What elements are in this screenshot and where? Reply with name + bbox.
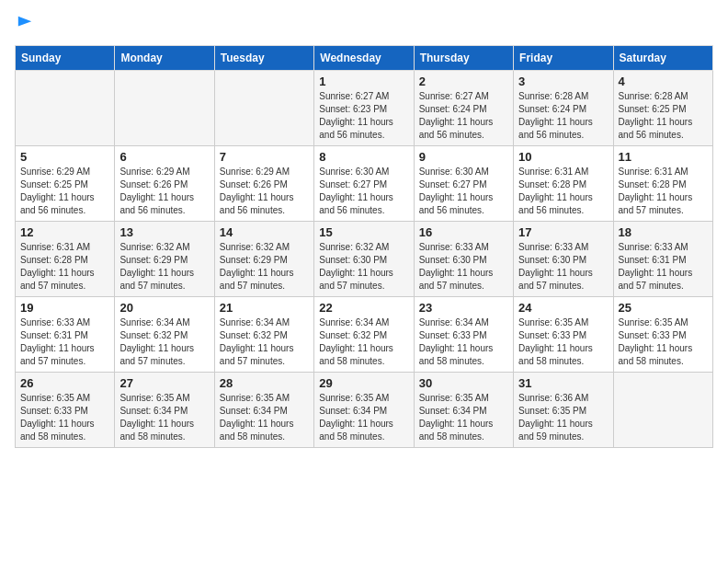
calendar-table: SundayMondayTuesdayWednesdayThursdayFrid… — [15, 45, 713, 448]
weekday-header-cell: Sunday — [16, 45, 115, 70]
calendar-day-cell: 25Sunrise: 6:35 AM Sunset: 6:33 PM Dayli… — [613, 296, 712, 372]
calendar-day-cell: 6Sunrise: 6:29 AM Sunset: 6:26 PM Daylig… — [115, 145, 214, 221]
logo-flag-icon — [17, 15, 33, 31]
day-info: Sunrise: 6:35 AM Sunset: 6:34 PM Dayligh… — [220, 392, 309, 443]
calendar-day-cell: 23Sunrise: 6:34 AM Sunset: 6:33 PM Dayli… — [414, 296, 513, 372]
day-number: 29 — [319, 376, 408, 390]
day-info: Sunrise: 6:31 AM Sunset: 6:28 PM Dayligh… — [619, 166, 708, 217]
day-number: 12 — [20, 225, 109, 239]
calendar-day-cell: 9Sunrise: 6:30 AM Sunset: 6:27 PM Daylig… — [414, 145, 513, 221]
day-info: Sunrise: 6:33 AM Sunset: 6:31 PM Dayligh… — [20, 316, 109, 368]
calendar-day-cell: 19Sunrise: 6:33 AM Sunset: 6:31 PM Dayli… — [16, 296, 115, 372]
day-number: 1 — [319, 75, 408, 88]
day-info: Sunrise: 6:29 AM Sunset: 6:25 PM Dayligh… — [20, 166, 109, 217]
calendar-day-cell: 20Sunrise: 6:34 AM Sunset: 6:32 PM Dayli… — [115, 296, 214, 372]
calendar-day-cell: 5Sunrise: 6:29 AM Sunset: 6:25 PM Daylig… — [16, 145, 115, 221]
calendar-week-row: 19Sunrise: 6:33 AM Sunset: 6:31 PM Dayli… — [16, 296, 713, 372]
calendar-day-cell: 14Sunrise: 6:32 AM Sunset: 6:29 PM Dayli… — [214, 221, 313, 296]
calendar-day-cell: 30Sunrise: 6:35 AM Sunset: 6:34 PM Dayli… — [414, 372, 513, 447]
day-info: Sunrise: 6:35 AM Sunset: 6:33 PM Dayligh… — [518, 316, 608, 368]
day-info: Sunrise: 6:31 AM Sunset: 6:28 PM Dayligh… — [20, 241, 109, 293]
day-info: Sunrise: 6:36 AM Sunset: 6:35 PM Dayligh… — [518, 392, 608, 443]
day-number: 18 — [619, 225, 708, 239]
day-info: Sunrise: 6:34 AM Sunset: 6:32 PM Dayligh… — [220, 316, 309, 368]
day-info: Sunrise: 6:34 AM Sunset: 6:32 PM Dayligh… — [319, 316, 408, 368]
day-info: Sunrise: 6:30 AM Sunset: 6:27 PM Dayligh… — [319, 166, 408, 217]
day-number: 27 — [119, 376, 209, 390]
day-info: Sunrise: 6:32 AM Sunset: 6:29 PM Dayligh… — [220, 241, 309, 293]
calendar-day-cell: 18Sunrise: 6:33 AM Sunset: 6:31 PM Dayli… — [613, 221, 712, 296]
calendar-day-cell: 2Sunrise: 6:27 AM Sunset: 6:24 PM Daylig… — [414, 70, 513, 145]
calendar-day-cell: 7Sunrise: 6:29 AM Sunset: 6:26 PM Daylig… — [214, 145, 313, 221]
calendar-day-cell — [16, 70, 115, 145]
calendar-body: 1Sunrise: 6:27 AM Sunset: 6:23 PM Daylig… — [16, 70, 713, 447]
calendar-day-cell: 29Sunrise: 6:35 AM Sunset: 6:34 PM Dayli… — [314, 372, 414, 447]
day-number: 2 — [419, 75, 508, 88]
calendar-day-cell: 28Sunrise: 6:35 AM Sunset: 6:34 PM Dayli… — [214, 372, 313, 447]
calendar-day-cell: 17Sunrise: 6:33 AM Sunset: 6:30 PM Dayli… — [514, 221, 613, 296]
calendar-week-row: 12Sunrise: 6:31 AM Sunset: 6:28 PM Dayli… — [16, 221, 713, 296]
calendar-day-cell: 12Sunrise: 6:31 AM Sunset: 6:28 PM Dayli… — [16, 221, 115, 296]
day-info: Sunrise: 6:33 AM Sunset: 6:31 PM Dayligh… — [619, 241, 708, 293]
day-info: Sunrise: 6:32 AM Sunset: 6:30 PM Dayligh… — [319, 241, 408, 293]
day-number: 8 — [319, 150, 408, 164]
weekday-header-cell: Wednesday — [314, 45, 414, 70]
day-info: Sunrise: 6:35 AM Sunset: 6:34 PM Dayligh… — [419, 392, 508, 443]
day-number: 22 — [319, 301, 408, 315]
day-info: Sunrise: 6:35 AM Sunset: 6:34 PM Dayligh… — [119, 392, 209, 443]
day-info: Sunrise: 6:27 AM Sunset: 6:23 PM Dayligh… — [319, 90, 408, 142]
calendar-day-cell: 3Sunrise: 6:28 AM Sunset: 6:24 PM Daylig… — [514, 70, 613, 145]
calendar-day-cell: 13Sunrise: 6:32 AM Sunset: 6:29 PM Dayli… — [115, 221, 214, 296]
calendar-day-cell: 16Sunrise: 6:33 AM Sunset: 6:30 PM Dayli… — [414, 221, 513, 296]
calendar-day-cell — [115, 70, 214, 145]
day-number: 10 — [518, 150, 608, 164]
calendar-day-cell: 21Sunrise: 6:34 AM Sunset: 6:32 PM Dayli… — [214, 296, 313, 372]
day-number: 24 — [518, 301, 608, 315]
day-info: Sunrise: 6:34 AM Sunset: 6:32 PM Dayligh… — [119, 316, 209, 368]
weekday-header-cell: Friday — [514, 45, 613, 70]
day-info: Sunrise: 6:29 AM Sunset: 6:26 PM Dayligh… — [119, 166, 209, 217]
day-info: Sunrise: 6:28 AM Sunset: 6:24 PM Dayligh… — [518, 90, 608, 142]
page-header — [15, 15, 713, 36]
day-number: 28 — [220, 376, 309, 390]
logo — [15, 15, 33, 36]
day-number: 16 — [419, 225, 508, 239]
weekday-header-cell: Tuesday — [214, 45, 313, 70]
calendar-day-cell: 1Sunrise: 6:27 AM Sunset: 6:23 PM Daylig… — [314, 70, 414, 145]
weekday-header-row: SundayMondayTuesdayWednesdayThursdayFrid… — [16, 45, 713, 70]
day-number: 19 — [20, 301, 109, 315]
calendar-day-cell: 4Sunrise: 6:28 AM Sunset: 6:25 PM Daylig… — [613, 70, 712, 145]
day-number: 11 — [619, 150, 708, 164]
calendar-week-row: 1Sunrise: 6:27 AM Sunset: 6:23 PM Daylig… — [16, 70, 713, 145]
calendar-day-cell: 27Sunrise: 6:35 AM Sunset: 6:34 PM Dayli… — [115, 372, 214, 447]
day-info: Sunrise: 6:27 AM Sunset: 6:24 PM Dayligh… — [419, 90, 508, 142]
calendar-day-cell — [214, 70, 313, 145]
day-info: Sunrise: 6:32 AM Sunset: 6:29 PM Dayligh… — [119, 241, 209, 293]
day-info: Sunrise: 6:31 AM Sunset: 6:28 PM Dayligh… — [518, 166, 608, 217]
calendar-day-cell: 8Sunrise: 6:30 AM Sunset: 6:27 PM Daylig… — [314, 145, 414, 221]
day-info: Sunrise: 6:29 AM Sunset: 6:26 PM Dayligh… — [220, 166, 309, 217]
day-number: 20 — [119, 301, 209, 315]
day-info: Sunrise: 6:35 AM Sunset: 6:33 PM Dayligh… — [619, 316, 708, 368]
calendar-day-cell: 31Sunrise: 6:36 AM Sunset: 6:35 PM Dayli… — [514, 372, 613, 447]
day-number: 14 — [220, 225, 309, 239]
calendar-day-cell: 10Sunrise: 6:31 AM Sunset: 6:28 PM Dayli… — [514, 145, 613, 221]
weekday-header-cell: Saturday — [613, 45, 712, 70]
day-info: Sunrise: 6:35 AM Sunset: 6:33 PM Dayligh… — [20, 392, 109, 443]
day-number: 4 — [619, 75, 708, 88]
day-number: 3 — [518, 75, 608, 88]
day-number: 6 — [119, 150, 209, 164]
day-number: 21 — [220, 301, 309, 315]
weekday-header-cell: Thursday — [414, 45, 513, 70]
day-info: Sunrise: 6:33 AM Sunset: 6:30 PM Dayligh… — [518, 241, 608, 293]
svg-marker-0 — [18, 17, 31, 27]
day-number: 9 — [419, 150, 508, 164]
weekday-header-cell: Monday — [115, 45, 214, 70]
day-info: Sunrise: 6:30 AM Sunset: 6:27 PM Dayligh… — [419, 166, 508, 217]
day-info: Sunrise: 6:33 AM Sunset: 6:30 PM Dayligh… — [419, 241, 508, 293]
day-number: 5 — [20, 150, 109, 164]
day-number: 26 — [20, 376, 109, 390]
day-number: 17 — [518, 225, 608, 239]
day-number: 23 — [419, 301, 508, 315]
day-number: 15 — [319, 225, 408, 239]
